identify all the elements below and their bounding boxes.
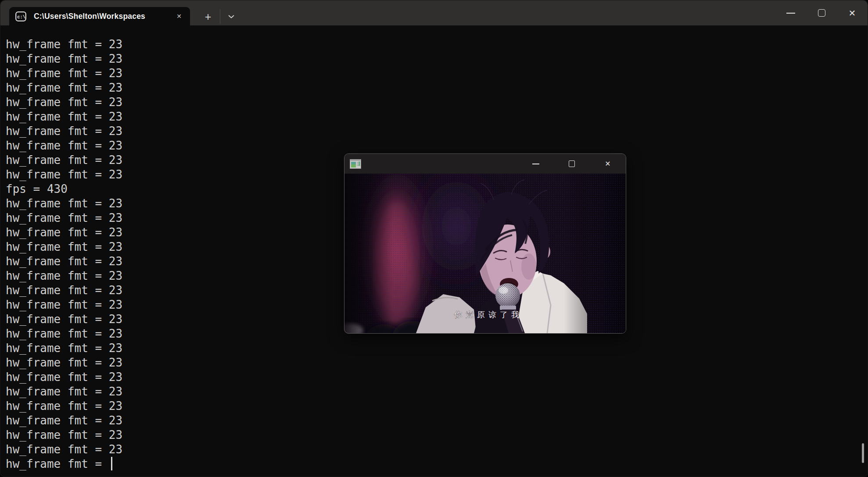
video-scene: 你竟原谅了我: [344, 174, 626, 333]
close-button[interactable]: ✕: [837, 2, 868, 25]
tab-title: C:\Users\Shelton\Workspaces: [34, 12, 172, 21]
svg-text:c:\: c:\: [17, 14, 25, 20]
terminal-line: hw_frame fmt = 23: [6, 413, 122, 428]
close-icon: ✕: [849, 9, 856, 18]
video-minimize-button[interactable]: [518, 155, 554, 173]
terminal-line: hw_frame fmt = 23: [6, 399, 122, 413]
terminal-line: hw_frame fmt =: [6, 457, 122, 471]
terminal-line: hw_frame fmt = 23: [6, 370, 122, 384]
terminal-line: hw_frame fmt = 23: [6, 66, 122, 81]
terminal-line: hw_frame fmt = 23: [6, 298, 122, 312]
maximize-icon: [818, 9, 825, 17]
terminal-line: hw_frame fmt = 23: [6, 81, 122, 95]
terminal-line: hw_frame fmt = 23: [6, 442, 122, 457]
tab-close-button[interactable]: ✕: [172, 10, 186, 23]
close-icon: ✕: [605, 160, 610, 167]
terminal-line: hw_frame fmt = 23: [6, 312, 122, 327]
terminal-line: hw_frame fmt = 23: [6, 428, 122, 442]
terminal-line: hw_frame fmt = 23: [6, 327, 122, 341]
video-close-button[interactable]: ✕: [590, 155, 626, 173]
terminal-line: hw_frame fmt = 23: [6, 384, 122, 399]
tabbar-separator: [220, 9, 220, 24]
new-tab-button[interactable]: +: [200, 9, 216, 25]
terminal-line: hw_frame fmt = 23: [6, 110, 122, 124]
terminal-line: hw_frame fmt = 23: [6, 211, 122, 225]
video-subtitle: 你竟原谅了我: [454, 310, 523, 319]
chevron-down-icon: [228, 15, 234, 18]
video-player-window: ✕: [344, 153, 626, 334]
video-window-controls: ✕: [518, 154, 626, 174]
terminal-line: hw_frame fmt = 23: [6, 52, 122, 66]
terminal-line: hw_frame fmt = 23: [6, 153, 122, 167]
terminal-viewport[interactable]: hw_frame fmt = 23hw_frame fmt = 23hw_fra…: [6, 37, 122, 471]
cmd-icon: c:\: [15, 11, 26, 21]
close-icon: ✕: [176, 13, 182, 20]
terminal-line: hw_frame fmt = 23: [6, 95, 122, 110]
window-controls: ✕: [775, 0, 868, 25]
terminal-line: hw_frame fmt = 23: [6, 196, 122, 211]
maximize-button[interactable]: [806, 2, 837, 25]
video-maximize-button[interactable]: [554, 155, 590, 173]
terminal-line: hw_frame fmt = 23: [6, 283, 122, 298]
video-frame: 你竟原谅了我: [344, 174, 626, 333]
terminal-line: hw_frame fmt = 23: [6, 269, 122, 283]
terminal-line: hw_frame fmt = 23: [6, 356, 122, 370]
maximize-icon: [569, 160, 575, 167]
video-app-icon: [350, 159, 361, 169]
minimize-button[interactable]: [775, 2, 806, 25]
terminal-line: hw_frame fmt = 23: [6, 124, 122, 139]
terminal-line: fps = 430: [6, 182, 122, 196]
terminal-line: hw_frame fmt = 23: [6, 139, 122, 153]
terminal-line: hw_frame fmt = 23: [6, 37, 122, 52]
tab-workspaces[interactable]: c:\ C:\Users\Shelton\Workspaces ✕: [9, 7, 190, 25]
minimize-icon: [532, 164, 539, 164]
minimize-icon: [786, 13, 795, 14]
terminal-line: hw_frame fmt = 23: [6, 341, 122, 356]
scrollbar-thumb[interactable]: [862, 443, 864, 463]
terminal-line: hw_frame fmt = 23: [6, 240, 122, 254]
video-titlebar[interactable]: ✕: [344, 154, 626, 174]
terminal-line: hw_frame fmt = 23: [6, 225, 122, 240]
terminal-line: hw_frame fmt = 23: [6, 167, 122, 182]
titlebar[interactable]: c:\ C:\Users\Shelton\Workspaces ✕ + ✕: [0, 0, 868, 25]
plus-icon: +: [205, 11, 212, 23]
tab-dropdown-button[interactable]: [223, 10, 239, 24]
terminal-line: hw_frame fmt = 23: [6, 254, 122, 269]
text-cursor: [111, 457, 112, 470]
